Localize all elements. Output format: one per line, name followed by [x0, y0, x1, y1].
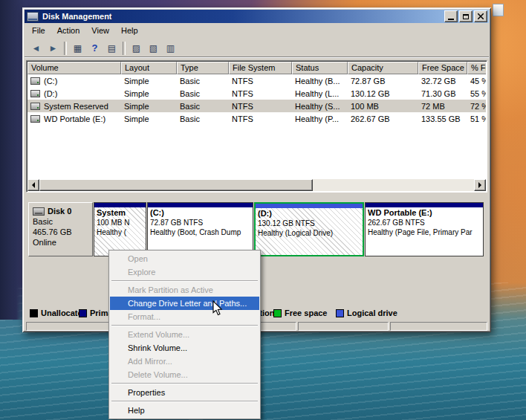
refresh-button[interactable]: ▨: [128, 41, 145, 56]
partition-status: Healthy (Logical Drive): [256, 228, 363, 238]
layout-cell: Simple: [121, 102, 177, 111]
partition-name: System: [94, 207, 146, 218]
show-action-pane-button[interactable]: ▤: [103, 41, 120, 56]
column-header-volume[interactable]: Volume: [27, 62, 121, 74]
file-system-cell: NTFS: [229, 77, 292, 85]
disk-settings-button[interactable]: ▥: [162, 41, 179, 56]
menu-item-explore: Explore: [110, 265, 259, 279]
menu-action[interactable]: Action: [51, 25, 86, 36]
legend-swatch: [30, 309, 38, 317]
close-button[interactable]: [474, 10, 487, 22]
column-header-capacity[interactable]: Capacity: [348, 62, 418, 74]
table-row[interactable]: WD Portable (E:) Simple Basic NTFS Healt…: [27, 112, 486, 125]
desktop-shortcut-icon[interactable]: [493, 4, 504, 16]
partition-size: 100 MB N: [94, 218, 146, 227]
menu-help[interactable]: Help: [115, 25, 144, 36]
free-space-cell: 32.72 GB: [418, 77, 467, 85]
horizontal-scrollbar[interactable]: [27, 179, 486, 191]
menu-item-shrink-volume[interactable]: Shrink Volume...: [110, 341, 259, 355]
disk-type: Basic: [33, 216, 88, 227]
title-bar[interactable]: Disk Management: [25, 10, 489, 23]
toolbar-separator: [64, 42, 67, 55]
drive-icon: [30, 103, 40, 110]
file-system-cell: NTFS: [229, 102, 292, 111]
status-cell: Healthy (B...: [292, 77, 348, 85]
column-header-file-system[interactable]: File System: [229, 62, 292, 74]
pct-free-cell: 72 %: [467, 102, 486, 111]
pct-free-cell: 55 %: [467, 89, 486, 98]
volume-cell: (D:): [27, 89, 121, 98]
table-row-selected[interactable]: System Reserved Simple Basic NTFS Health…: [27, 100, 486, 112]
status-cell: Healthy (L...: [292, 89, 348, 98]
partition-system[interactable]: System 100 MB N Healthy (: [94, 202, 146, 256]
column-header-layout[interactable]: Layout: [121, 62, 177, 74]
show-console-tree-button[interactable]: ▦: [69, 41, 86, 56]
type-cell: Basic: [177, 102, 229, 111]
type-cell: Basic: [177, 77, 229, 85]
scrollbar-thumb[interactable]: [39, 179, 313, 191]
status-panel: [390, 322, 487, 331]
menu-item-format: Format...: [110, 310, 259, 323]
toolbar: ◄ ► ▦ ? ▤ ▨ ▧ ▥: [25, 38, 489, 58]
free-space-cell: 71.30 GB: [418, 89, 467, 98]
back-button[interactable]: ◄: [27, 41, 45, 56]
partition-name: (C:): [148, 207, 253, 218]
column-header-status[interactable]: Status: [292, 62, 348, 74]
menu-item-change-drive-letter[interactable]: Change Drive Letter and Paths...: [110, 297, 259, 310]
mouse-cursor: [212, 300, 227, 317]
menu-separator: [111, 401, 258, 402]
capacity-cell: 130.12 GB: [348, 89, 418, 98]
menu-view[interactable]: View: [85, 25, 115, 36]
free-space-cell: 133.55 GB: [418, 114, 467, 123]
table-row[interactable]: (C:) Simple Basic NTFS Healthy (B... 72.…: [27, 74, 486, 87]
volume-cell: WD Portable (E:): [27, 114, 121, 123]
menu-item-open: Open: [110, 252, 259, 265]
legend-swatch: [273, 309, 282, 317]
disk0-header[interactable]: Disk 0 Basic 465.76 GB Online: [28, 202, 93, 256]
legend-logical-drive: Logical drive: [336, 308, 397, 317]
column-header-pct-free[interactable]: % Fr: [467, 62, 486, 74]
file-system-cell: NTFS: [229, 89, 292, 98]
partition-d-selected[interactable]: (D:) 130.12 GB NTFS Healthy (Logical Dri…: [254, 202, 364, 256]
maximize-button[interactable]: [459, 10, 473, 22]
capacity-cell: 100 MB: [348, 102, 418, 111]
window-title: Disk Management: [42, 12, 443, 21]
toolbar-separator: [123, 42, 126, 55]
menu-separator: [111, 383, 258, 384]
capacity-cell: 72.87 GB: [348, 77, 418, 85]
menu-item-delete-volume: Delete Volume...: [110, 368, 259, 381]
minimize-button[interactable]: [444, 10, 458, 22]
type-cell: Basic: [177, 114, 229, 123]
table-row[interactable]: (D:) Simple Basic NTFS Healthy (L... 130…: [27, 87, 486, 100]
maximize-icon: [463, 14, 469, 19]
minimize-icon: [448, 19, 454, 20]
menu-item-add-mirror: Add Mirror...: [110, 355, 259, 368]
volume-list-header: Volume Layout Type File System Status Ca…: [27, 62, 486, 74]
menu-file[interactable]: File: [26, 25, 51, 36]
folder-view-button[interactable]: ▧: [145, 41, 162, 56]
volume-rows: (C:) Simple Basic NTFS Healthy (B... 72.…: [27, 74, 486, 179]
status-panel: [298, 322, 389, 331]
menu-item-help[interactable]: Help: [110, 404, 259, 417]
status-cell: Healthy (S...: [292, 102, 348, 111]
volume-cell: (C:): [27, 77, 121, 85]
partition-c[interactable]: (C:) 72.87 GB NTFS Healthy (Boot, Crash …: [147, 202, 253, 256]
column-header-type[interactable]: Type: [177, 62, 229, 74]
menu-item-properties[interactable]: Properties: [110, 386, 259, 399]
scroll-right-button[interactable]: [474, 179, 486, 191]
layout-cell: Simple: [121, 114, 177, 123]
scroll-left-button[interactable]: [27, 179, 39, 191]
volume-cell: System Reserved: [27, 102, 121, 111]
forward-button[interactable]: ►: [45, 41, 62, 56]
column-header-free-space[interactable]: Free Space: [418, 62, 467, 74]
partition-e[interactable]: WD Portable (E:) 262.67 GB NTFS Healthy …: [365, 202, 484, 256]
status-cell: Healthy (P...: [292, 114, 348, 123]
drive-icon: [30, 77, 40, 85]
partition-size: 72.87 GB NTFS: [148, 218, 253, 227]
help-button[interactable]: ?: [86, 41, 103, 56]
disk-size: 465.76 GB: [33, 227, 88, 237]
menu-separator: [111, 280, 258, 282]
scroll-right-icon: [478, 182, 484, 188]
layout-cell: Simple: [121, 77, 177, 85]
partition-size: 130.12 GB NTFS: [256, 219, 363, 228]
